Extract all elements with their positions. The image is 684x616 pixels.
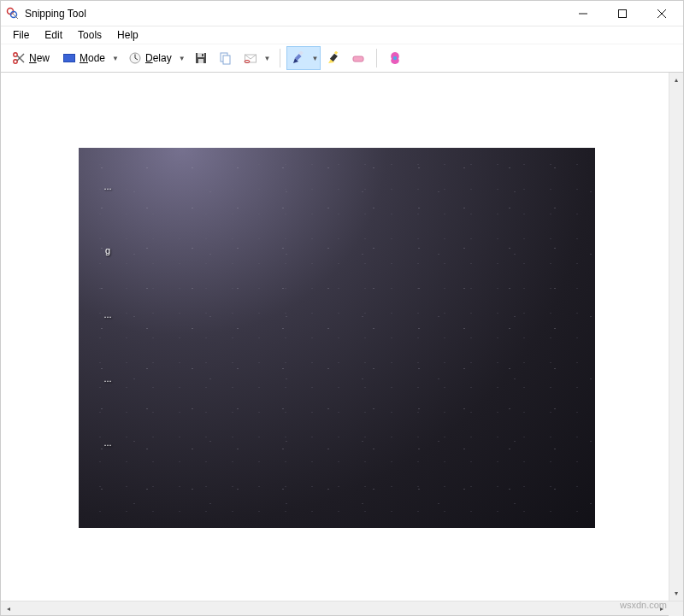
mode-button[interactable]: Mode ▼ <box>56 46 121 70</box>
minimize-button[interactable] <box>563 1 603 26</box>
title-text: Snipping Tool <box>25 8 563 20</box>
pen-button[interactable]: ▼ <box>286 46 321 70</box>
svg-rect-17 <box>198 59 203 63</box>
toolbar-separator <box>280 49 280 67</box>
menubar: File Edit Tools Help <box>1 26 683 44</box>
desktop-icon-fragment: ... <box>79 276 137 323</box>
maximize-icon <box>618 9 627 18</box>
copy-icon <box>219 51 233 65</box>
scroll-up-arrow-icon[interactable]: ▴ <box>669 73 684 87</box>
dropdown-arrow-icon: ▼ <box>179 55 186 62</box>
svg-rect-4 <box>619 9 627 17</box>
window-controls <box>563 1 681 26</box>
scroll-left-arrow-icon[interactable]: ◂ <box>1 601 15 616</box>
save-button[interactable] <box>189 46 213 70</box>
scroll-down-arrow-icon[interactable]: ▾ <box>669 586 684 601</box>
desktop-icon-fragment: ... <box>79 148 137 195</box>
menu-help[interactable]: Help <box>110 27 145 43</box>
new-button-label: New <box>29 52 50 64</box>
pen-icon <box>292 51 305 65</box>
svg-rect-18 <box>202 54 203 56</box>
dropdown-arrow-icon: ▼ <box>264 55 271 62</box>
captured-image: ... g ... ... ... <box>79 148 595 528</box>
horizontal-scrollbar[interactable]: ◂ ▸ <box>1 601 683 615</box>
send-button[interactable]: ▼ <box>239 46 274 70</box>
toolbar: New Mode ▼ Delay ▼ <box>1 44 683 73</box>
delay-button-label: Delay <box>145 52 172 64</box>
delay-button[interactable]: Delay ▼ <box>122 46 188 70</box>
mode-button-label: Mode <box>80 52 105 64</box>
svg-point-8 <box>14 60 17 63</box>
toolbar-separator <box>376 49 377 67</box>
desktop-icon-fragment: ... <box>79 404 137 451</box>
minimize-icon <box>579 9 587 18</box>
paint3d-icon <box>388 51 402 65</box>
desktop-icon-fragment: g <box>79 212 137 259</box>
save-icon <box>194 51 208 65</box>
eraser-icon <box>351 51 365 65</box>
svg-point-7 <box>14 53 17 56</box>
titlebar: Snipping Tool <box>1 1 683 26</box>
close-button[interactable] <box>642 1 681 26</box>
desktop-icon-grid: ... g ... ... ... <box>79 148 595 528</box>
desktop-icon-fragment: ... <box>79 340 137 387</box>
mail-icon <box>244 51 257 65</box>
dropdown-arrow-icon: ▼ <box>312 55 319 62</box>
dropdown-arrow-icon: ▼ <box>112 55 119 62</box>
svg-point-30 <box>393 56 397 60</box>
close-icon <box>657 9 666 18</box>
scroll-corner <box>669 601 683 616</box>
highlighter-icon <box>327 51 340 65</box>
maximize-button[interactable] <box>603 1 642 26</box>
menu-edit[interactable]: Edit <box>38 27 69 43</box>
watermark: wsxdn.com <box>620 600 667 610</box>
eraser-button[interactable] <box>346 46 370 70</box>
vertical-scrollbar[interactable]: ▴ ▾ <box>669 73 683 601</box>
new-button[interactable]: New <box>6 46 56 70</box>
scissors-icon <box>12 51 26 65</box>
menu-file[interactable]: File <box>6 27 36 43</box>
highlighter-button[interactable] <box>321 46 345 70</box>
svg-rect-20 <box>223 56 230 64</box>
svg-rect-11 <box>64 55 75 62</box>
menu-tools[interactable]: Tools <box>71 27 109 43</box>
svg-rect-29 <box>353 56 363 62</box>
clock-icon <box>128 51 142 65</box>
paint3d-button[interactable] <box>383 46 407 70</box>
app-icon <box>6 7 20 21</box>
copy-button[interactable] <box>214 46 238 70</box>
rectangle-icon <box>62 51 76 65</box>
desktop-col-0-fragments: ... g ... ... ... <box>79 148 137 451</box>
